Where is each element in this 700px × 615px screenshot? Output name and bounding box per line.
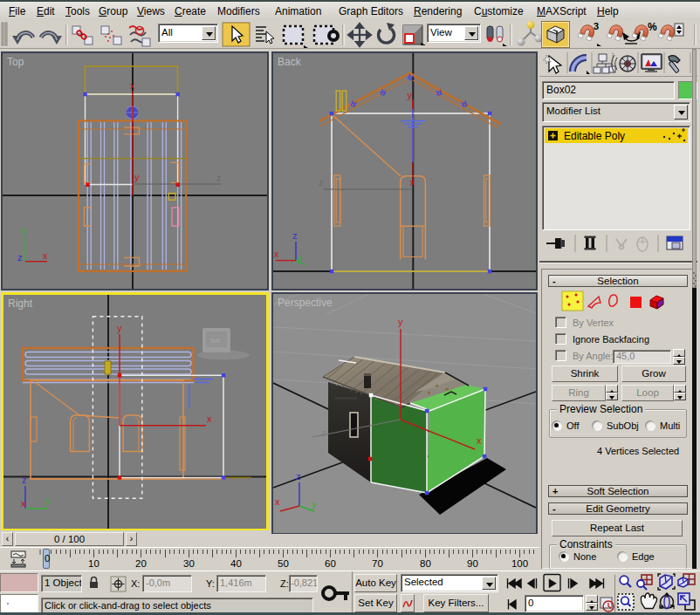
svg-text:y: y (117, 323, 122, 333)
svg-text:x: x (207, 413, 212, 424)
svg-text:x: x (477, 435, 482, 446)
svg-text:x: x (275, 496, 280, 507)
svg-text:20: 20 (135, 558, 147, 569)
svg-text:Right: Right (8, 297, 33, 310)
svg-text:10: 10 (88, 558, 100, 569)
svg-text:60: 60 (325, 558, 336, 569)
svg-text:40: 40 (230, 558, 242, 569)
svg-text:70: 70 (372, 558, 383, 569)
svg-text:3: 3 (594, 21, 599, 31)
svg-text:Perspective: Perspective (278, 297, 333, 309)
svg-text:80: 80 (420, 558, 431, 569)
svg-text:x: x (21, 498, 26, 509)
svg-text:50: 50 (278, 558, 289, 569)
svg-text:z: z (22, 475, 27, 485)
svg-text:x: x (43, 250, 48, 261)
svg-text:%: % (648, 21, 657, 33)
svg-text:z: z (296, 471, 301, 482)
svg-text:y: y (398, 317, 403, 327)
svg-text:30: 30 (183, 558, 195, 569)
svg-text:y: y (45, 495, 51, 506)
svg-text:90: 90 (467, 558, 478, 569)
svg-text:z: z (292, 230, 298, 241)
svg-text:100: 100 (511, 558, 528, 569)
svg-text:x: x (274, 249, 279, 259)
svg-text:Top: Top (7, 56, 24, 68)
svg-text:z: z (17, 252, 23, 263)
svg-text:Back: Back (278, 56, 302, 68)
svg-text:Editable Poly: Editable Poly (564, 130, 625, 142)
svg-text:z: z (216, 173, 222, 183)
svg-text:x: x (410, 177, 415, 188)
svg-text:y: y (134, 172, 140, 182)
svg-text:x: x (130, 80, 135, 91)
svg-text:z: z (319, 177, 324, 188)
svg-text:y: y (312, 499, 317, 509)
svg-text:3ds: 3ds (210, 338, 221, 344)
svg-text:y: y (22, 225, 27, 236)
svg-text:y: y (408, 90, 413, 100)
svg-text:z: z (321, 427, 326, 438)
